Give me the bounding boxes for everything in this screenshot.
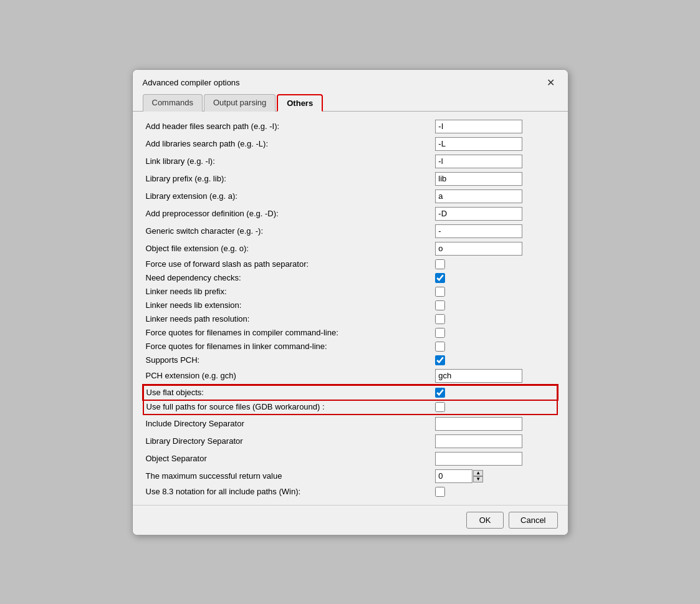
table-row: The maximum successful return value ▲ ▼ — [143, 467, 557, 485]
field-value — [433, 285, 557, 299]
field-value — [433, 271, 557, 285]
generic-switch-input[interactable] — [435, 224, 522, 238]
table-row: Force quotes for filenames in linker com… — [143, 340, 557, 353]
linker-lib-prefix-checkbox[interactable] — [435, 287, 445, 297]
field-value — [433, 450, 557, 467]
use-flat-objects-checkbox[interactable] — [435, 388, 445, 398]
table-row: Add header files search path (e.g. -I): — [143, 118, 557, 135]
table-row: Linker needs lib prefix: — [143, 285, 557, 299]
field-value — [433, 485, 557, 499]
forward-slash-checkbox[interactable] — [435, 259, 445, 269]
spinner-up-button[interactable]: ▲ — [473, 470, 483, 476]
field-label: Object Separator — [143, 450, 433, 467]
field-value — [433, 433, 557, 450]
title-bar: Advanced compiler options ✕ — [133, 70, 568, 90]
close-button[interactable]: ✕ — [544, 76, 558, 90]
use-full-paths-checkbox[interactable] — [435, 402, 445, 412]
table-row: Use 8.3 notation for all include paths (… — [143, 485, 557, 499]
field-label: Library extension (e.g. a): — [143, 188, 433, 205]
tab-others[interactable]: Others — [277, 94, 323, 112]
table-row: Need dependency checks: — [143, 271, 557, 285]
field-value — [433, 367, 557, 385]
force-quotes-compiler-checkbox[interactable] — [435, 328, 445, 338]
table-row: Add preprocessor definition (e.g. -D): — [143, 205, 557, 223]
field-value — [433, 118, 557, 135]
tab-commands[interactable]: Commands — [143, 94, 203, 112]
dependency-checks-checkbox[interactable] — [435, 273, 445, 283]
field-value — [433, 340, 557, 353]
field-label: Linker needs path resolution: — [143, 312, 433, 326]
table-row: Force use of forward slash as path separ… — [143, 257, 557, 271]
library-prefix-input[interactable] — [435, 172, 522, 186]
table-row: Object file extension (e.g. o): — [143, 240, 557, 257]
field-label: Linker needs lib extension: — [143, 299, 433, 312]
field-value — [433, 188, 557, 205]
table-row: Library extension (e.g. a): — [143, 188, 557, 205]
table-row: Include Directory Separator — [143, 415, 557, 433]
linker-lib-extension-checkbox[interactable] — [435, 300, 445, 310]
max-return-value-input[interactable] — [435, 469, 472, 483]
field-label: Library Directory Separator — [143, 433, 433, 450]
field-value: ▲ ▼ — [433, 467, 557, 485]
field-value — [433, 153, 557, 170]
tab-content: Add header files search path (e.g. -I): … — [133, 112, 568, 505]
field-value — [433, 240, 557, 257]
field-label: Generic switch character (e.g. -): — [143, 223, 433, 240]
dialog-title: Advanced compiler options — [143, 78, 240, 87]
ok-button[interactable]: OK — [466, 512, 504, 529]
linker-path-resolution-checkbox[interactable] — [435, 314, 445, 324]
table-row: Linker needs path resolution: — [143, 312, 557, 326]
field-label: Library prefix (e.g. lib): — [143, 170, 433, 188]
spinner-down-button[interactable]: ▼ — [473, 476, 483, 482]
field-value — [433, 400, 557, 415]
field-value — [433, 385, 557, 400]
table-row: Link library (e.g. -l): — [143, 153, 557, 170]
table-row: Library prefix (e.g. lib): — [143, 170, 557, 188]
preprocessor-def-input[interactable] — [435, 207, 522, 221]
cancel-button[interactable]: Cancel — [509, 512, 557, 529]
lib-search-path-input[interactable] — [435, 137, 522, 151]
field-label: Include Directory Separator — [143, 415, 433, 433]
field-label: Linker needs lib prefix: — [143, 285, 433, 299]
table-row: Supports PCH: — [143, 353, 557, 367]
field-label: Force quotes for filenames in compiler c… — [143, 326, 433, 340]
field-label: Add header files search path (e.g. -I): — [143, 118, 433, 135]
field-label: Force quotes for filenames in linker com… — [143, 340, 433, 353]
field-value — [433, 353, 557, 367]
library-dir-sep-input[interactable] — [435, 434, 522, 448]
object-file-ext-input[interactable] — [435, 242, 522, 256]
table-row-highlighted-full-paths: Use full paths for source files (GDB wor… — [143, 400, 557, 415]
table-row: Linker needs lib extension: — [143, 299, 557, 312]
use-83-notation-checkbox[interactable] — [435, 487, 445, 497]
field-label: Use 8.3 notation for all include paths (… — [143, 485, 433, 499]
include-dir-sep-input[interactable] — [435, 417, 522, 431]
field-label: PCH extension (e.g. gch) — [143, 367, 433, 385]
field-label: Add libraries search path (e.g. -L): — [143, 135, 433, 153]
table-row: Library Directory Separator — [143, 433, 557, 450]
dialog-footer: OK Cancel — [133, 505, 568, 535]
field-label: Supports PCH: — [143, 353, 433, 367]
field-value — [433, 205, 557, 223]
options-table: Add header files search path (e.g. -I): … — [143, 118, 558, 499]
field-value — [433, 135, 557, 153]
tab-output-parsing[interactable]: Output parsing — [204, 94, 276, 112]
header-search-path-input[interactable] — [435, 120, 522, 133]
field-value — [433, 257, 557, 271]
supports-pch-checkbox[interactable] — [435, 355, 445, 365]
field-label: Force use of forward slash as path separ… — [143, 257, 433, 271]
table-row: Force quotes for filenames in compiler c… — [143, 326, 557, 340]
tabs-bar: Commands Output parsing Others — [133, 90, 568, 112]
table-row: Add libraries search path (e.g. -L): — [143, 135, 557, 153]
object-sep-input[interactable] — [435, 452, 522, 466]
field-label: Use flat objects: — [143, 385, 433, 400]
link-library-input[interactable] — [435, 155, 522, 168]
table-row: Object Separator — [143, 450, 557, 467]
library-extension-input[interactable] — [435, 189, 522, 203]
field-label: Link library (e.g. -l): — [143, 153, 433, 170]
field-value — [433, 312, 557, 326]
pch-extension-input[interactable] — [435, 369, 522, 383]
force-quotes-linker-checkbox[interactable] — [435, 342, 445, 352]
advanced-compiler-options-dialog: Advanced compiler options ✕ Commands Out… — [132, 69, 568, 535]
field-value — [433, 299, 557, 312]
field-value — [433, 170, 557, 188]
